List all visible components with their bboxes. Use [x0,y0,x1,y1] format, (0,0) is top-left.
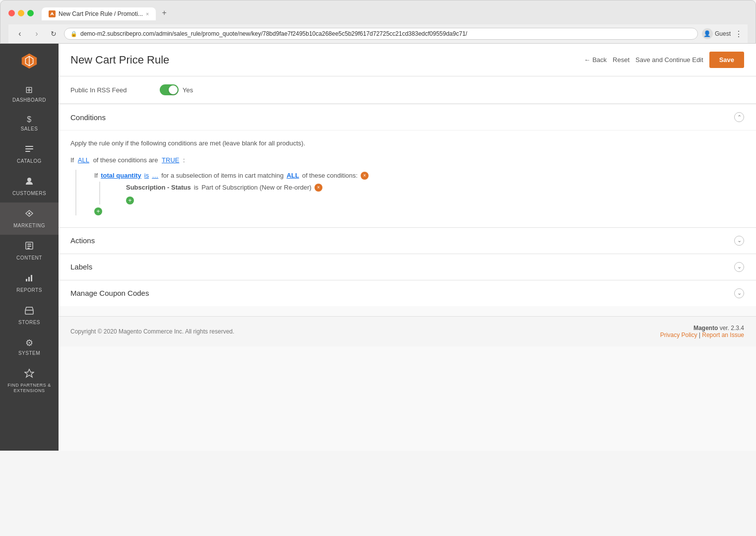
sidebar-item-find-partners[interactable]: FIND PARTNERS & EXTENSIONS [0,362,59,400]
all-link2[interactable]: ALL [287,172,299,179]
reset-button[interactable]: Reset [613,56,630,64]
url-text: demo-m2.subscribepro.com/admin/sales_rul… [80,30,692,37]
svg-rect-1 [25,148,33,149]
sales-icon: $ [27,115,31,124]
sidebar-item-content[interactable]: CONTENT [0,235,59,267]
rss-feed-row: Public In RSS Feed Yes [59,76,756,104]
stores-icon [24,305,34,318]
tab-label: New Cart Price Rule / Promoti... [59,10,143,17]
close-dot[interactable] [8,10,15,16]
footer-magento-label: Magento [693,325,718,332]
refresh-button[interactable]: ↻ [47,27,60,40]
sidebar-item-sales[interactable]: $ SALES [0,109,59,138]
tab-close-icon[interactable]: × [146,11,149,17]
footer-right: Magento ver. 2.3.4 Privacy Policy | Repo… [660,325,744,338]
back-button[interactable]: ‹ [13,27,26,40]
svg-rect-7 [27,246,31,247]
conditions-section: Conditions ⌃ Apply the rule only if the … [59,104,756,227]
add-condition-outer-button: + [94,204,744,215]
lock-icon: 🔒 [70,31,77,37]
conditions-true-link[interactable]: TRUE [162,156,179,164]
total-quantity-link[interactable]: total quantity [101,172,141,179]
conditions-title: Conditions [70,113,106,122]
conditions-header[interactable]: Conditions ⌃ [59,104,756,130]
is-link[interactable]: is [144,172,149,179]
conditions-description: Apply the rule only if the following con… [70,138,744,148]
sidebar-item-system[interactable]: ⚙ SYSTEM [0,332,59,362]
add-condition-inner-button: + [126,194,744,204]
report-issue-link[interactable]: Report an Issue [702,332,744,338]
nested-value: Part of Subscription (New or Re-order) [201,184,312,191]
conditions-all-link[interactable]: ALL [78,156,89,164]
svg-rect-10 [28,277,30,281]
find-partners-icon [24,368,34,381]
browser-tab[interactable]: New Cart Price Rule / Promoti... × [42,7,156,20]
svg-rect-9 [26,279,27,281]
svg-rect-2 [25,151,30,152]
conditions-chevron[interactable]: ⌃ [734,112,744,122]
labels-chevron[interactable]: ⌄ [734,262,744,272]
sidebar-item-stores[interactable]: STORES [0,299,59,332]
svg-rect-11 [31,275,32,281]
new-tab-button[interactable]: + [157,5,171,20]
privacy-policy-link[interactable]: Privacy Policy [660,332,697,338]
page-title: New Cart Price Rule [70,54,169,67]
remove-nested-condition-button[interactable]: × [315,184,322,192]
sidebar-item-reports[interactable]: REPORTS [0,267,59,299]
nested-condition-line: Subscription - Status is Part of Subscri… [126,182,744,194]
customers-icon [24,176,34,189]
labels-title: Labels [70,263,92,271]
actions-header[interactable]: Actions ⌄ [59,228,756,254]
sidebar: ⊞ DASHBOARD $ SALES CATALOG CUSTOMERS MA… [0,44,59,451]
system-icon: ⚙ [25,337,34,348]
ellipsis-link[interactable]: … [152,172,158,179]
coupon-header[interactable]: Manage Coupon Codes ⌄ [59,280,756,306]
svg-rect-6 [27,244,31,245]
svg-rect-8 [27,248,30,249]
reports-icon [24,273,34,285]
content-icon [24,241,34,253]
save-button[interactable]: Save [709,52,744,68]
back-nav-button[interactable]: ← Back [584,56,607,64]
svg-rect-0 [25,146,33,147]
svg-point-4 [28,212,30,214]
minimize-dot[interactable] [18,10,24,16]
coupon-section: Manage Coupon Codes ⌄ [59,280,756,306]
user-menu[interactable]: 👤 Guest [702,28,731,39]
magento-logo [20,44,39,78]
marketing-icon [24,208,34,221]
menu-dots[interactable]: ⋮ [735,29,743,39]
page-header: New Cart Price Rule ← Back Reset Save an… [59,44,756,76]
back-arrow-icon: ← [584,56,590,64]
page-footer: Copyright © 2020 Magento Commerce Inc. A… [59,316,756,346]
url-bar[interactable]: 🔒 demo-m2.subscribepro.com/admin/sales_r… [64,28,698,40]
rss-feed-label: Public In RSS Feed [70,86,160,94]
sub-condition-line: If total quantity is … for a subselectio… [94,170,744,182]
user-label: Guest [715,30,731,37]
sidebar-item-catalog[interactable]: CATALOG [0,138,59,170]
svg-point-3 [27,178,31,182]
save-continue-button[interactable]: Save and Continue Edit [635,56,703,64]
labels-header[interactable]: Labels ⌄ [59,254,756,280]
svg-rect-12 [25,310,33,314]
catalog-icon [24,144,34,156]
coupon-chevron[interactable]: ⌄ [734,288,744,298]
rss-feed-toggle[interactable] [160,84,179,95]
sidebar-item-dashboard[interactable]: ⊞ DASHBOARD [0,78,59,109]
actions-section: Actions ⌄ [59,227,756,254]
svg-marker-13 [25,369,34,377]
actions-title: Actions [70,236,95,245]
labels-section: Labels ⌄ [59,254,756,280]
sidebar-item-marketing[interactable]: MARKETING [0,202,59,235]
remove-sub-condition-button[interactable]: × [361,172,369,180]
sidebar-item-customers[interactable]: CUSTOMERS [0,170,59,202]
rss-feed-value: Yes [183,86,193,94]
fullscreen-dot[interactable] [27,10,34,16]
footer-copyright: Copyright © 2020 Magento Commerce Inc. A… [70,328,234,335]
forward-button[interactable]: › [30,27,43,40]
footer-version-number: ver. 2.3.4 [720,325,744,332]
actions-chevron[interactable]: ⌄ [734,236,744,246]
conditions-content: Apply the rule only if the following con… [59,130,756,227]
coupon-title: Manage Coupon Codes [70,289,149,297]
dashboard-icon: ⊞ [25,84,33,95]
